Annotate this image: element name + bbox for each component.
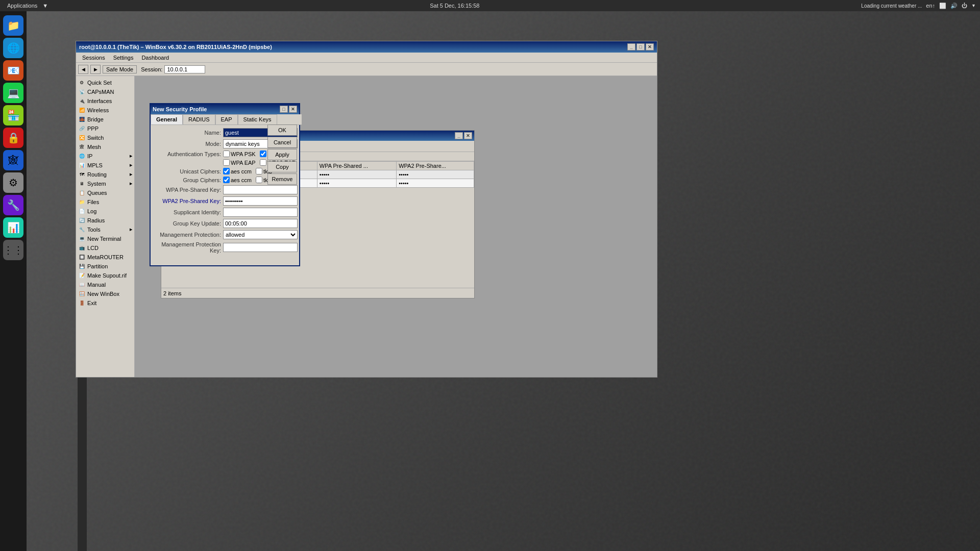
- menu-settings[interactable]: Settings: [109, 54, 138, 62]
- dock-icon-browser[interactable]: 🌐: [3, 38, 23, 58]
- menu-sessions[interactable]: Sessions: [78, 54, 109, 62]
- dialog-minimize[interactable]: □: [280, 106, 288, 113]
- sidebar-item-ip[interactable]: 🌐 IP: [76, 152, 134, 161]
- mgmt-protection-select[interactable]: allowed disabled required: [223, 230, 298, 239]
- dock-icon-apps[interactable]: ⋮⋮: [3, 240, 23, 260]
- wpa-pre-input[interactable]: [223, 185, 298, 194]
- sidebar-item-label-new-winbox: New WinBox: [87, 291, 119, 297]
- sidebar-item-partition[interactable]: 💾 Partition: [76, 262, 134, 271]
- sidebar-item-bridge[interactable]: 🌉 Bridge: [76, 115, 134, 124]
- cell-wpa2-pre-guest: •••••: [397, 179, 474, 188]
- dock-icon-network[interactable]: 🕸: [3, 150, 23, 170]
- power-arrow[interactable]: ▼: [971, 3, 976, 8]
- apply-button[interactable]: Apply: [267, 149, 297, 160]
- close-button[interactable]: ✕: [646, 43, 654, 51]
- sidebar-item-queues[interactable]: 📋 Queues: [76, 188, 134, 197]
- wpa-eap-checkbox[interactable]: [223, 159, 230, 166]
- sidebar-item-exit[interactable]: 🚪 Exit: [76, 298, 134, 308]
- group-aes-ccm-checkbox[interactable]: [223, 177, 230, 183]
- dock-icon-mikrotik[interactable]: 🔧: [3, 195, 23, 215]
- sidebar-item-quickset[interactable]: ⚙ Quick Set: [76, 78, 134, 87]
- sidebar-item-label-routing: Routing: [87, 171, 107, 178]
- dialog-tabs: General RADIUS EAP Static Keys: [151, 114, 302, 125]
- wpa2-psk-checkbox[interactable]: [260, 151, 266, 157]
- menu-dashboard[interactable]: Dashboard: [137, 54, 173, 62]
- sidebar-item-label-files: Files: [87, 199, 99, 205]
- app-menu[interactable]: Applications: [4, 2, 40, 10]
- language-indicator[interactable]: en↑: [926, 3, 935, 9]
- sidebar-item-switch[interactable]: 🔀 Switch: [76, 133, 134, 142]
- copy-button[interactable]: Copy: [267, 161, 297, 172]
- power-icon[interactable]: ⏻: [962, 3, 967, 9]
- unicast-aes-ccm-label: aes ccm: [231, 168, 252, 174]
- sidebar-item-manual[interactable]: 📖 Manual: [76, 280, 134, 289]
- group-key-update-input[interactable]: [223, 219, 298, 228]
- supplicant-input[interactable]: [223, 208, 298, 217]
- sidebar-item-tools[interactable]: 🔧 Tools: [76, 225, 134, 234]
- sidebar-item-mpls[interactable]: 📊 MPLS: [76, 161, 134, 170]
- unicast-aes-ccm-checkbox[interactable]: [223, 168, 230, 174]
- mgmt-protection-key-input[interactable]: [223, 243, 298, 252]
- wpa-psk-checkbox[interactable]: [223, 151, 230, 157]
- dock-icon-settings[interactable]: ⚙: [3, 172, 23, 193]
- sec-prof-close[interactable]: ✕: [464, 132, 472, 139]
- sidebar-item-wireless[interactable]: 📶 Wireless: [76, 106, 134, 115]
- cancel-button[interactable]: Cancel: [267, 137, 297, 148]
- wpa2-eap-checkbox[interactable]: [260, 159, 266, 166]
- dock-icon-vpn[interactable]: 🔒: [3, 128, 23, 148]
- terminal-icon: 💻: [78, 235, 85, 242]
- status-items-count: 2 items: [163, 290, 181, 296]
- group-ciphers-label: Group Ciphers:: [155, 177, 221, 183]
- maximize-button[interactable]: □: [636, 43, 645, 51]
- left-dock: 📁 🌐 📧 💻 🏪 🔒 🕸 ⚙ 🔧 📊 ⋮⋮: [0, 11, 27, 551]
- sidebar-item-ppp[interactable]: 🔗 PPP: [76, 124, 134, 133]
- sidebar-item-routing[interactable]: 🗺 Routing: [76, 170, 134, 179]
- mgmt-protection-label: Management Protection:: [155, 232, 221, 238]
- sidebar-item-interfaces[interactable]: 🔌 Interfaces: [76, 96, 134, 106]
- sidebar-item-log[interactable]: 📄 Log: [76, 207, 134, 216]
- sidebar-item-capsman[interactable]: 📡 CAPsMAN: [76, 87, 134, 96]
- files-icon: 📁: [78, 198, 85, 206]
- winbox-title-bar: root@10.0.0.1 (TheTik) – WinBox v6.30.2 …: [76, 41, 657, 53]
- group-aes-ccm-item: aes ccm: [223, 177, 252, 183]
- ok-button[interactable]: OK: [267, 124, 297, 136]
- sec-prof-minimize[interactable]: _: [455, 132, 463, 139]
- sidebar-item-lcd[interactable]: 📺 LCD: [76, 243, 134, 253]
- sidebar-item-mesh[interactable]: 🕸 Mesh: [76, 142, 134, 152]
- forward-button[interactable]: ▶: [90, 65, 101, 74]
- wpa2-pre-input[interactable]: [223, 196, 298, 206]
- dialog-tab-static-keys[interactable]: Static Keys: [238, 114, 277, 124]
- dock-icon-files[interactable]: 📁: [3, 15, 23, 36]
- sound-icon[interactable]: 🔊: [950, 3, 958, 9]
- sidebar-item-make-supout[interactable]: 📝 Make Supout.rif: [76, 271, 134, 280]
- new-security-profile-dialog: New Security Profile □ ✕ General RADIUS …: [150, 103, 300, 266]
- dock-icon-store[interactable]: 🏪: [3, 105, 23, 126]
- dialog-tab-eap[interactable]: EAP: [215, 114, 238, 124]
- cell-wpa2-pre-default: •••••: [397, 170, 474, 179]
- sidebar-item-system[interactable]: 🖥 System: [76, 179, 134, 188]
- safe-mode-button[interactable]: Safe Mode: [103, 65, 137, 73]
- session-input[interactable]: [164, 65, 205, 73]
- dock-icon-mail[interactable]: 📧: [3, 60, 23, 81]
- dialog-tab-radius[interactable]: RADIUS: [183, 114, 215, 124]
- form-row-wpa-pre: WPA Pre-Shared Key:: [155, 185, 298, 194]
- cell-wpa-pre-guest: •••••: [317, 179, 396, 188]
- sidebar-item-files[interactable]: 📁 Files: [76, 197, 134, 207]
- dock-icon-monitor[interactable]: 📊: [3, 217, 23, 238]
- sidebar-item-label-quickset: Quick Set: [87, 80, 112, 86]
- datetime: Sat 5 Dec, 16:15:58: [430, 3, 479, 9]
- minimize-button[interactable]: _: [627, 43, 635, 51]
- remove-button[interactable]: Remove: [267, 173, 297, 185]
- dialog-close[interactable]: ✕: [289, 106, 297, 113]
- unicast-tkip-checkbox[interactable]: [256, 168, 262, 174]
- sidebar-item-new-terminal[interactable]: 💻 New Terminal: [76, 234, 134, 243]
- group-tkip-checkbox[interactable]: [256, 177, 262, 183]
- sidebar-item-new-winbox[interactable]: 🪟 New WinBox: [76, 289, 134, 298]
- switch-icon: 🔀: [78, 134, 85, 141]
- sidebar-item-metarouter[interactable]: 🔲 MetaROUTER: [76, 253, 134, 262]
- col-header-wpa2-pre: WPA2 Pre-Share...: [397, 162, 474, 170]
- dialog-tab-general[interactable]: General: [151, 114, 183, 124]
- back-button[interactable]: ◀: [78, 65, 88, 74]
- dock-icon-terminal[interactable]: 💻: [3, 83, 23, 103]
- sidebar-item-radius[interactable]: 🔄 Radius: [76, 216, 134, 225]
